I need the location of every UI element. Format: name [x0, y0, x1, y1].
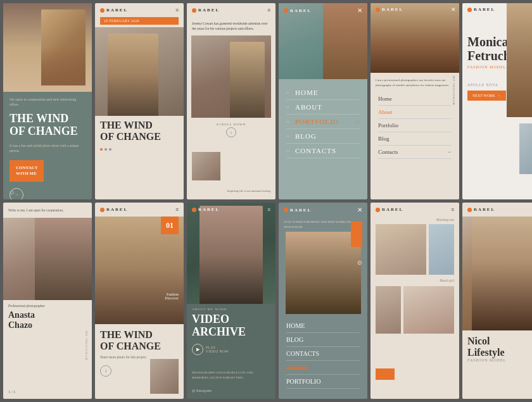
card8-menu-icon[interactable]: ≡: [175, 206, 179, 213]
nav-num-3: 03: [286, 120, 295, 123]
menu-label-about: About: [378, 109, 393, 115]
nav-num-5: 05: [286, 149, 295, 153]
card11-logo-dot: [376, 208, 380, 212]
card11-logo: RABEL: [376, 207, 403, 212]
card6-next-button[interactable]: Next Work →: [467, 91, 506, 101]
card10-person-image: [286, 232, 361, 314]
nav-num-2: 02: [286, 106, 295, 109]
card10-logo-dot: [284, 208, 288, 212]
card6-next-text: Next Work: [472, 94, 495, 97]
card7-person-figure: [35, 218, 92, 300]
card8-logo-bar: RABEL ≡: [95, 203, 184, 217]
card9-bg-image: [187, 203, 276, 304]
card9-about-section: ABOUT MY WORK VIDEOARCHIVE ▶ PLAYVIDEO N…: [192, 304, 270, 359]
card10-orange-accent: [351, 222, 362, 247]
menu-item-home[interactable]: Home: [378, 92, 452, 106]
card9-about-label: ABOUT MY WORK: [192, 308, 270, 311]
card9-play-circle: ▶: [192, 344, 203, 355]
card2-dot-3: [109, 148, 111, 151]
menu-item-blog[interactable]: Blog: [378, 132, 452, 146]
card3-scroll-arrow[interactable]: ↓: [226, 127, 236, 137]
card9-logo-text: RABEL: [198, 207, 220, 212]
card11-logo-text: RABEL: [382, 207, 403, 212]
card-1-wind-of-change: I'm open to cooperation and new interest…: [3, 3, 92, 199]
card5-instagram-vertical: MY INSTAGRAM: [452, 76, 455, 106]
card3-small-image: [192, 152, 220, 180]
card11-top-images: [370, 223, 459, 276]
card12-lifestyle-text: FASHION MODEL: [467, 358, 532, 362]
card10-instagram-icon[interactable]: ⊙: [357, 260, 362, 266]
card4-logo-text: RABEL: [290, 8, 312, 13]
menu-label-home: Home: [378, 96, 392, 102]
card3-logo-text: RABEL: [198, 8, 220, 13]
card10-nav-home[interactable]: HOME: [286, 319, 360, 333]
card10-nav-portfolio[interactable]: PORTFOLIO: [286, 375, 360, 389]
card-9-video-archive: RABEL ≡ ABOUT MY WORK VIDEOARCHIVE ▶ PLA…: [187, 203, 276, 399]
card12-logo-text: RABEL: [474, 207, 495, 212]
card9-menu-icon[interactable]: ≡: [267, 206, 270, 213]
card2-menu-icon[interactable]: ≡: [175, 7, 179, 13]
card-7-anastasia: Write to me, I am open for cooperation. …: [3, 203, 92, 399]
nav-label-portfolio: PORTFOLIO: [295, 118, 339, 125]
card2-logo-bar: RABEL ≡: [95, 3, 184, 17]
card11-logo-bar: RABEL ≡: [370, 203, 459, 217]
card8-logo-text: RABEL: [106, 207, 128, 212]
card6-logo-dot: [467, 8, 472, 12]
card3-menu-icon[interactable]: ≡: [267, 7, 270, 13]
nav-item-contacts[interactable]: 05 CONTACTS: [286, 144, 360, 158]
card5-menu-list: Home About Portfolio Blog Contacts →: [370, 90, 459, 161]
card4-close-icon[interactable]: ✕: [357, 7, 362, 14]
card8-logo-dot: [100, 208, 104, 212]
card7-instagram-vertical: MY INSTAGRAM: [85, 331, 88, 361]
card9-photo-quote: PHOTOGRAPHY GIVES PEOPLE LIVE AND MEMORI…: [192, 370, 270, 380]
nav-num-1: 01: [286, 91, 295, 94]
card12-logo-bar: RABEL ≡: [462, 203, 532, 217]
card10-close-icon[interactable]: ✕: [357, 206, 362, 213]
menu-item-portfolio[interactable]: Portfolio: [378, 119, 452, 132]
card8-down-arrow[interactable]: ↓: [100, 365, 111, 377]
card5-info-text: I am a professional photographer; my fav…: [370, 73, 459, 90]
card6-right-image: [507, 3, 532, 117]
card8-fashion-text: FashionDiscover: [165, 292, 179, 300]
card4-nav-items: 01 HOME 02 ABOUT 03 PORTFOLIO → 04 BLOG …: [279, 79, 367, 165]
card-5-about-menu: RABEL ✕ I am a professional photographer…: [370, 3, 459, 199]
nav-item-portfolio[interactable]: 03 PORTFOLIO →: [286, 115, 360, 129]
nav-label-home: HOME: [295, 89, 318, 96]
card-4-nav-menu: RABEL ✕ 01 HOME 02 ABOUT 03 PORTFOLIO → …: [279, 3, 367, 199]
card9-video-title: VIDEOARCHIVE: [192, 313, 270, 339]
nav-label-contacts: CONTACTS: [295, 147, 336, 154]
card6-next-arrow: →: [497, 94, 501, 97]
card2-date-badge: 18 FEBRUARY 2020: [100, 17, 179, 25]
card11-menu-icon[interactable]: ≡: [451, 206, 454, 213]
card5-close-button[interactable]: ✕: [451, 6, 456, 13]
menu-label-portfolio: Portfolio: [378, 122, 398, 129]
nav-item-about[interactable]: 02 ABOUT: [286, 100, 360, 115]
card9-instagram-label: @ Instagram: [192, 389, 212, 393]
card12-logo-dot: [467, 208, 472, 212]
menu-item-about[interactable]: About: [378, 106, 452, 119]
card10-nav-about[interactable]: ABOUT: [286, 361, 360, 375]
card10-nav-blog[interactable]: BLOG: [286, 333, 360, 347]
card3-logo-bar: RABEL ≡: [187, 3, 276, 17]
card-6-monica: RABEL MonicaFetruchi FASHION MODEL Apoll…: [462, 3, 532, 199]
card9-play-button[interactable]: ▶ PLAYVIDEO NOW: [192, 344, 270, 355]
nav-item-home[interactable]: 01 HOME: [286, 85, 360, 100]
card10-nav-items: HOME BLOG CONTACTS ABOUT PORTFOLIO: [279, 314, 367, 394]
card7-write-text: Write to me, I am open for cooperation.: [3, 203, 92, 218]
menu-label-contacts: Contacts: [378, 149, 398, 155]
card3-scroll-text: SCROLL DOWN: [217, 123, 246, 126]
menu-item-contacts[interactable]: Contacts →: [378, 146, 452, 159]
card8-logo: RABEL: [100, 207, 128, 212]
card4-logo: RABEL: [284, 8, 312, 13]
nav-item-blog[interactable]: 04 BLOG: [286, 129, 360, 144]
card1-sub-text: It was a fun and stylish photo shoot wit…: [3, 140, 92, 157]
card3-person: [230, 42, 265, 118]
card-10-instagram-menu: RABEL ✕ STAY TUNED FOR NEWS AND NEW WORK…: [279, 203, 367, 399]
card5-logo-dot: [376, 8, 380, 12]
card10-nav-contacts[interactable]: CONTACTS: [286, 347, 360, 361]
card12-person-image: [462, 217, 532, 330]
card8-person-image: 01 FashionDiscover: [95, 217, 184, 324]
card1-instagram-icon[interactable]: ⊙: [10, 189, 15, 196]
card1-contact-button[interactable]: CONTACTWITH ME: [10, 160, 44, 182]
nav-arrow-portfolio: →: [354, 118, 360, 125]
